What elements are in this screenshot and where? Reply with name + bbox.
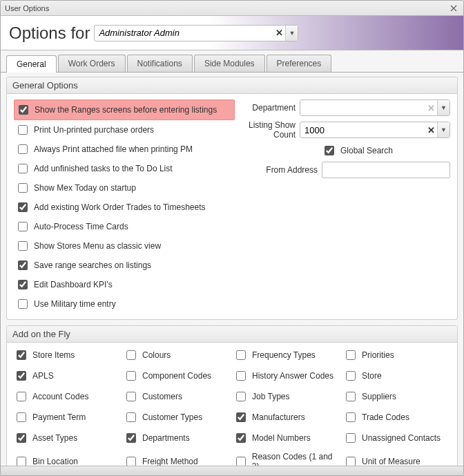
fly-item-checkbox[interactable] — [236, 433, 246, 443]
tab-side-modules[interactable]: Side Modules — [194, 55, 265, 72]
fly-item-checkbox[interactable] — [346, 457, 356, 466]
listing-show-count-input[interactable] — [300, 122, 425, 137]
fly-item-label[interactable]: Store Items — [32, 350, 75, 360]
fly-item-label[interactable]: Store — [362, 371, 382, 381]
general-option-label[interactable]: Show Mex Today on startup — [34, 183, 136, 193]
chevron-down-icon[interactable]: ▼ — [285, 26, 298, 41]
tab-work-orders[interactable]: Work Orders — [58, 55, 126, 72]
fly-item: Priorities — [343, 348, 450, 362]
fly-item: Customers — [124, 390, 231, 403]
fly-item-checkbox[interactable] — [126, 371, 136, 381]
general-option-label[interactable]: Use Military time entry — [34, 299, 116, 309]
fly-item-label[interactable]: Unit of Measure — [362, 457, 420, 466]
fly-item-label[interactable]: Asset Types — [32, 433, 77, 443]
fly-item-checkbox[interactable] — [17, 392, 26, 401]
general-option-label[interactable]: Save range searches on listings — [34, 260, 151, 270]
tab-general[interactable]: General — [6, 55, 57, 73]
fly-item-label[interactable]: Freight Method — [142, 457, 198, 466]
fly-item-checkbox[interactable] — [346, 371, 356, 381]
user-selector[interactable]: ✕ ▼ — [94, 25, 298, 41]
close-icon[interactable] — [448, 3, 459, 13]
fly-item-checkbox[interactable] — [126, 392, 136, 401]
general-option-label[interactable]: Show the Ranges screens before entering … — [35, 105, 217, 115]
fly-item-checkbox[interactable] — [346, 412, 356, 422]
general-option-row: Print Un-printed purchase orders — [14, 120, 235, 140]
clear-icon[interactable]: ✕ — [273, 28, 285, 38]
fly-item-checkbox[interactable] — [17, 350, 26, 360]
user-selector-input[interactable] — [95, 26, 273, 41]
fly-item-checkbox[interactable] — [236, 457, 246, 466]
department-label: Department — [243, 103, 296, 113]
fly-item-label[interactable]: Departments — [142, 433, 190, 443]
fly-item-checkbox[interactable] — [236, 392, 246, 401]
fly-item: Colours — [124, 348, 231, 362]
fly-item-checkbox[interactable] — [126, 433, 136, 443]
fly-item-checkbox[interactable] — [346, 350, 356, 360]
fly-item-checkbox[interactable] — [126, 412, 136, 422]
general-option-label[interactable]: Add existing Work Order Trades to Timesh… — [34, 202, 206, 212]
general-option-checkbox[interactable] — [18, 241, 28, 251]
fly-item-checkbox[interactable] — [17, 371, 26, 381]
fly-item-label[interactable]: Bin Location — [32, 457, 78, 466]
fly-item-label[interactable]: Frequency Types — [252, 350, 316, 360]
general-option-label[interactable]: Edit Dashboard KPI's — [34, 280, 113, 289]
clear-icon[interactable]: ✕ — [425, 125, 437, 135]
fly-item: Payment Term — [14, 410, 121, 424]
fly-item-label[interactable]: Payment Term — [32, 412, 86, 422]
fly-item-checkbox[interactable] — [126, 350, 136, 360]
general-option-checkbox[interactable] — [18, 299, 28, 309]
general-option-checkbox[interactable] — [18, 222, 28, 231]
fly-item-label[interactable]: Customer Types — [142, 412, 202, 422]
fly-item-label[interactable]: Account Codes — [32, 392, 88, 401]
chevron-down-icon[interactable]: ▼ — [437, 122, 450, 137]
fly-item-checkbox[interactable] — [17, 433, 26, 443]
fly-item-label[interactable]: Customers — [142, 392, 182, 401]
fly-item-label[interactable]: Colours — [142, 350, 171, 360]
general-option-label[interactable]: Always Print attached file when printing… — [34, 144, 193, 154]
fly-item-label[interactable]: Trade Codes — [362, 412, 409, 422]
fly-item-checkbox[interactable] — [17, 457, 26, 466]
fly-item-label[interactable]: Reason Codes (1 and 2) — [252, 452, 340, 466]
general-option-label[interactable]: Show Stores Menu as classic view — [34, 241, 161, 251]
general-option-checkbox[interactable] — [18, 144, 28, 154]
general-option-checkbox[interactable] — [18, 183, 28, 193]
department-input[interactable] — [300, 100, 425, 115]
fly-item-checkbox[interactable] — [346, 433, 356, 443]
fly-item-label[interactable]: Priorities — [362, 350, 394, 360]
general-option-checkbox[interactable] — [18, 260, 28, 270]
general-options-left: Show the Ranges screens before entering … — [14, 99, 235, 314]
fly-item-checkbox[interactable] — [236, 412, 246, 422]
fly-item-checkbox[interactable] — [17, 412, 26, 422]
fly-item-checkbox[interactable] — [126, 457, 136, 466]
fly-item-checkbox[interactable] — [236, 371, 246, 381]
general-option-checkbox[interactable] — [18, 125, 28, 135]
from-address-input[interactable] — [322, 162, 450, 178]
general-option-checkbox[interactable] — [18, 164, 28, 173]
fly-item: Job Types — [233, 390, 340, 403]
chevron-down-icon[interactable]: ▼ — [437, 100, 450, 115]
fly-item-label[interactable]: Suppliers — [362, 392, 396, 401]
department-combo[interactable]: ✕ ▼ — [300, 99, 450, 116]
general-option-label[interactable]: Print Un-printed purchase orders — [34, 125, 154, 135]
listing-show-count-combo[interactable]: ✕ ▼ — [300, 122, 450, 138]
tab-preferences[interactable]: Preferences — [267, 55, 332, 72]
general-option-checkbox[interactable] — [18, 202, 28, 212]
fly-item-label[interactable]: Manufacturers — [252, 412, 305, 422]
fly-item: Suppliers — [343, 390, 450, 403]
fly-item-checkbox[interactable] — [346, 392, 356, 401]
fly-item-label[interactable]: Model Numbers — [252, 433, 311, 443]
fly-item-label[interactable]: Component Codes — [142, 371, 211, 381]
general-option-label[interactable]: Add unfinished tasks to the To Do List — [34, 164, 173, 173]
fly-item-checkbox[interactable] — [236, 350, 246, 360]
general-option-label[interactable]: Auto-Process Time Cards — [34, 222, 128, 231]
global-search-checkbox[interactable] — [325, 146, 334, 155]
tab-notifications[interactable]: Notifications — [127, 55, 193, 72]
fly-item-label[interactable]: Unassigned Contacts — [362, 433, 441, 443]
fly-item-label[interactable]: APLS — [32, 371, 54, 381]
fly-item-label[interactable]: Job Types — [252, 392, 289, 401]
clear-icon[interactable]: ✕ — [425, 103, 437, 113]
general-option-row: Add existing Work Order Trades to Timesh… — [14, 198, 235, 217]
fly-item-label[interactable]: History Answer Codes — [252, 371, 334, 381]
general-option-checkbox[interactable] — [18, 280, 28, 289]
general-option-checkbox[interactable] — [19, 105, 28, 115]
